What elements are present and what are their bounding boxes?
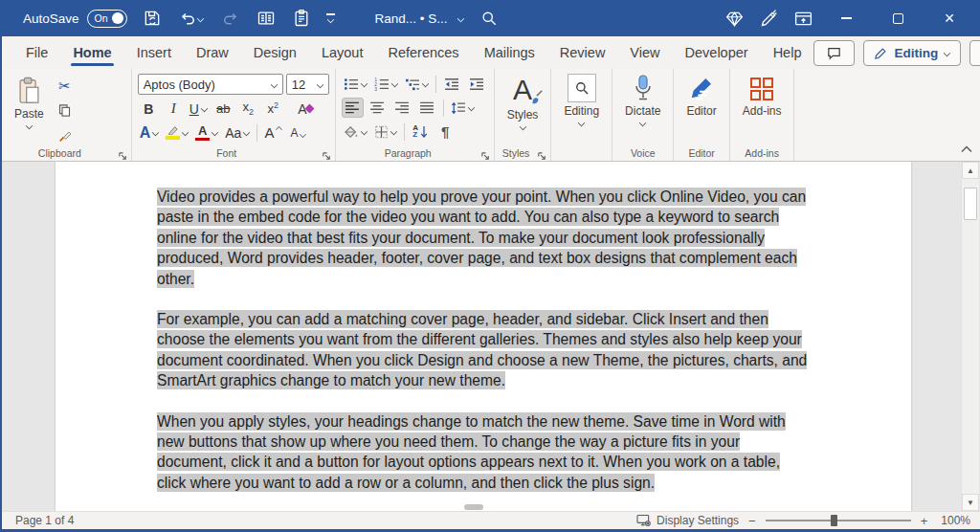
addins-button[interactable]: Add-ins xyxy=(736,74,789,145)
ribbon-display-options-icon[interactable] xyxy=(792,8,813,29)
maximize-button[interactable] xyxy=(879,4,917,33)
tab-review[interactable]: Review xyxy=(547,36,618,69)
magic-pen-icon[interactable] xyxy=(758,8,779,29)
save-icon[interactable] xyxy=(142,8,163,29)
zoom-in-button[interactable]: + xyxy=(921,514,928,528)
borders-button[interactable] xyxy=(372,122,399,142)
sort-button[interactable]: AZ xyxy=(410,122,432,142)
tab-home[interactable]: Home xyxy=(60,36,123,69)
title-chevron-down-icon[interactable] xyxy=(457,14,463,21)
read-mode-icon[interactable] xyxy=(256,8,277,29)
multilevel-list-button[interactable] xyxy=(403,74,431,94)
styles-dialog-launcher[interactable] xyxy=(537,148,547,159)
dictate-button[interactable]: Dictate xyxy=(618,74,667,145)
paste-options-icon[interactable] xyxy=(291,8,312,29)
shrink-font-button[interactable]: A xyxy=(287,122,309,143)
strikethrough-button[interactable]: ab xyxy=(212,99,234,119)
shading-button[interactable] xyxy=(342,122,369,142)
selected-text[interactable]: For example, you can add a matching cove… xyxy=(157,310,807,389)
numbering-button[interactable]: 123 xyxy=(372,74,400,94)
editor-group-label: Editor xyxy=(674,147,728,159)
horizontal-scrollbar-thumb[interactable] xyxy=(464,504,483,510)
paragraph-dialog-launcher[interactable] xyxy=(480,148,491,159)
undo-chevron-icon[interactable] xyxy=(197,14,204,21)
premium-diamond-icon[interactable] xyxy=(724,8,745,29)
minimize-button[interactable] xyxy=(827,4,865,33)
underline-button[interactable]: U xyxy=(188,99,210,119)
font-group-label: Font xyxy=(132,147,322,159)
zoom-level[interactable]: 100% xyxy=(941,514,970,527)
text-effects-button[interactable]: A xyxy=(138,122,162,143)
tab-developer[interactable]: Developer xyxy=(673,36,761,69)
align-left-button[interactable] xyxy=(342,98,364,118)
ribbon-home: Paste ✂ xyxy=(2,69,980,162)
superscript-button[interactable]: x2 xyxy=(262,99,284,119)
customize-quick-access-icon[interactable] xyxy=(326,13,335,22)
increase-indent-button[interactable] xyxy=(466,74,488,94)
collapse-ribbon-button[interactable] xyxy=(961,140,972,157)
scroll-down-button[interactable]: ▼ xyxy=(962,494,979,511)
zoom-out-button[interactable]: − xyxy=(748,514,756,528)
editing-mode-button[interactable]: Editing xyxy=(863,40,961,66)
tab-mailings[interactable]: Mailings xyxy=(472,36,547,69)
grow-font-button[interactable]: A xyxy=(262,122,284,143)
highlight-color-button[interactable] xyxy=(164,122,190,143)
paragraph[interactable]: Video provides a powerful way to help yo… xyxy=(157,187,812,289)
align-right-icon xyxy=(394,101,410,114)
justify-button[interactable] xyxy=(416,98,438,118)
align-center-button[interactable] xyxy=(367,98,389,118)
document-title[interactable]: Rand... • S... xyxy=(375,11,464,26)
clipboard-dialog-launcher[interactable] xyxy=(118,148,128,159)
clear-formatting-button[interactable]: A xyxy=(295,99,317,119)
share-button[interactable] xyxy=(969,40,980,66)
decrease-indent-button[interactable] xyxy=(441,74,463,94)
line-spacing-button[interactable] xyxy=(449,98,477,118)
tab-draw[interactable]: Draw xyxy=(184,36,241,69)
undo-button[interactable] xyxy=(177,8,206,29)
font-dialog-launcher[interactable] xyxy=(322,148,332,159)
editing-button[interactable]: Editing xyxy=(557,74,606,145)
tab-file[interactable]: File xyxy=(13,36,60,69)
tab-insert[interactable]: Insert xyxy=(124,36,184,69)
voice-group: Dictate Voice xyxy=(612,69,674,161)
styles-button[interactable]: A Styles xyxy=(501,74,546,145)
page-indicator[interactable]: Page 1 of 4 xyxy=(15,514,74,527)
zoom-slider[interactable] xyxy=(766,520,911,521)
copy-button[interactable] xyxy=(54,100,76,121)
autosave-control[interactable]: AutoSave On xyxy=(23,10,127,28)
format-painter-button[interactable] xyxy=(54,125,76,145)
selected-text[interactable]: When you apply styles, your headings cha… xyxy=(157,412,786,492)
document-page[interactable]: Video provides a powerful way to help yo… xyxy=(56,162,911,511)
scroll-up-button[interactable]: ▲ xyxy=(962,162,979,179)
comments-button[interactable] xyxy=(813,40,855,66)
tab-design[interactable]: Design xyxy=(241,36,309,69)
show-hide-marks-button[interactable]: ¶ xyxy=(434,122,457,142)
vertical-scrollbar-thumb[interactable] xyxy=(964,188,977,220)
display-settings-button[interactable]: Display Settings xyxy=(636,514,739,527)
autosave-toggle[interactable]: On xyxy=(87,10,127,28)
change-case-button[interactable]: Aa xyxy=(223,122,252,143)
tab-references[interactable]: References xyxy=(375,36,471,69)
italic-button[interactable]: I xyxy=(163,99,185,119)
tab-help[interactable]: Help xyxy=(761,36,814,69)
paragraph[interactable]: For example, you can add a matching cove… xyxy=(157,309,812,391)
font-color-button[interactable]: A xyxy=(193,122,220,143)
editor-button[interactable]: Editor xyxy=(679,74,723,145)
display-settings-icon xyxy=(636,514,652,527)
align-right-button[interactable] xyxy=(391,98,413,118)
vertical-scrollbar[interactable]: ▲ ▼ xyxy=(961,162,979,511)
font-name-select[interactable]: Aptos (Body) xyxy=(138,74,283,95)
paste-button[interactable]: Paste xyxy=(8,74,51,145)
font-size-select[interactable]: 12 xyxy=(286,74,329,95)
tab-layout[interactable]: Layout xyxy=(309,36,376,69)
search-icon[interactable] xyxy=(479,8,500,29)
close-button[interactable]: × xyxy=(930,4,969,33)
cut-button[interactable]: ✂ xyxy=(54,76,76,96)
tab-view[interactable]: View xyxy=(617,36,672,69)
selected-text[interactable]: Video provides a powerful way to help yo… xyxy=(157,188,806,288)
paragraph[interactable]: When you apply styles, your headings cha… xyxy=(157,411,812,494)
subscript-button[interactable]: x2 xyxy=(237,99,259,119)
bold-button[interactable]: B xyxy=(138,99,160,119)
bullets-button[interactable] xyxy=(342,74,369,94)
zoom-slider-thumb[interactable] xyxy=(831,515,837,526)
